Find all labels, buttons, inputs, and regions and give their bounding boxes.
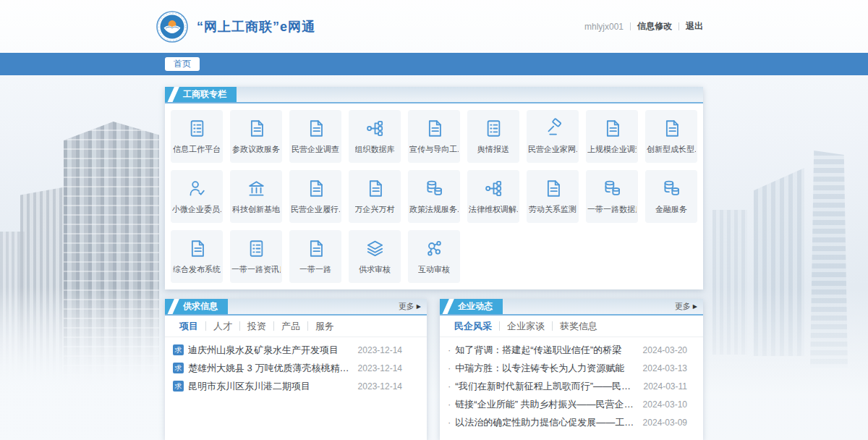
logout-link[interactable]: 退出 bbox=[686, 20, 703, 33]
list-item-title: “我们在新时代新征程上凯歌而行”——民营... bbox=[455, 380, 636, 393]
supply-demand-list: 求迪庆州山泉水及矿泉水生产开发项目2023-12-14求楚雄州大姚县 3 万吨优… bbox=[165, 337, 427, 395]
special-item[interactable]: 创新型成长型... bbox=[645, 110, 697, 163]
bottom-mist-overlay bbox=[0, 288, 868, 440]
bullet-icon: · bbox=[448, 344, 451, 355]
special-item-label: 金融服务 bbox=[655, 204, 687, 215]
special-item-label: 一带一路资讯库 bbox=[231, 264, 281, 275]
special-item[interactable]: 民营企业家网... bbox=[527, 110, 579, 163]
tab-item[interactable]: 民企风采 bbox=[447, 320, 499, 333]
special-item[interactable]: 一带一路 bbox=[289, 230, 341, 283]
enterprise-news-panel: 企业动态 更多 ▶ 民企风采企业家谈获奖信息 ·知了背调：搭建起“传递职业信任”… bbox=[440, 299, 703, 440]
site-logo-icon bbox=[156, 11, 188, 43]
tab-item[interactable]: 企业家谈 bbox=[500, 320, 552, 333]
special-item[interactable]: 互动审核 bbox=[408, 230, 460, 283]
list-item[interactable]: ·知了背调：搭建起“传递职业信任”的桥梁2024-03-20 bbox=[440, 341, 703, 359]
tab-item[interactable]: 投资 bbox=[240, 320, 273, 333]
special-item[interactable]: 舆情报送 bbox=[467, 110, 519, 163]
list-item-date: 2023-12-14 bbox=[358, 363, 402, 373]
special-item-label: 民营企业履行... bbox=[291, 204, 340, 215]
special-item-label: 民营企业家网... bbox=[528, 144, 577, 155]
nav-home-button[interactable]: 首页 bbox=[165, 57, 200, 71]
site-header: “网上工商联”e网通 mhlyjx001 信息修改 退出 bbox=[0, 0, 868, 53]
list-item[interactable]: 求楚雄州大姚县 3 万吨优质薄壳核桃精深加工及科...2023-12-14 bbox=[165, 359, 427, 377]
document-icon bbox=[305, 118, 326, 139]
special-panel-title-tab: 工商联专栏 bbox=[165, 87, 237, 102]
special-item-label: 一带一路 bbox=[299, 264, 331, 275]
special-item-label: 宣传与导向工... bbox=[409, 144, 459, 155]
demand-badge: 求 bbox=[173, 381, 184, 392]
list-item-date: 2024-03-09 bbox=[643, 418, 687, 428]
person-check-icon bbox=[187, 178, 208, 199]
list-item-date: 2024-03-13 bbox=[643, 363, 687, 373]
special-item[interactable]: 政策法规服务... bbox=[408, 170, 460, 223]
tab-item[interactable]: 服务 bbox=[308, 320, 341, 333]
special-item-label: 一带一路数据库 bbox=[587, 204, 637, 215]
list-item-title: 迪庆州山泉水及矿泉水生产开发项目 bbox=[188, 344, 351, 357]
more-label: 更多 bbox=[399, 301, 414, 312]
document-icon bbox=[424, 118, 445, 139]
molecule-icon bbox=[424, 238, 445, 259]
enterprise-news-title-tab: 企业动态 bbox=[440, 299, 503, 314]
supply-demand-header: 供求信息 更多 ▶ bbox=[165, 299, 427, 316]
list-item[interactable]: ·中瑞方胜：以专注铸专长为人力资源赋能2024-03-13 bbox=[440, 359, 703, 377]
special-item[interactable]: 综合发布系统 bbox=[171, 230, 223, 283]
demand-badge: 求 bbox=[173, 344, 184, 355]
document-icon bbox=[365, 178, 386, 199]
special-item[interactable]: 组织数据库 bbox=[349, 110, 401, 163]
layers-icon bbox=[365, 238, 386, 259]
special-item-label: 参政议政服务 bbox=[232, 144, 280, 155]
special-item[interactable]: 一带一路数据库 bbox=[586, 170, 638, 223]
special-item[interactable]: 科技创新基地 bbox=[230, 170, 282, 223]
special-item[interactable]: 万企兴万村 bbox=[349, 170, 401, 223]
list-item[interactable]: 求昆明市东川区东川港二期项目2023-12-14 bbox=[165, 377, 427, 395]
demand-badge: 求 bbox=[173, 363, 184, 373]
list-item[interactable]: 求迪庆州山泉水及矿泉水生产开发项目2023-12-14 bbox=[165, 341, 427, 359]
tab-item[interactable]: 产品 bbox=[274, 320, 307, 333]
user-info: mhlyjx001 信息修改 退出 bbox=[584, 20, 703, 33]
edit-info-link[interactable]: 信息修改 bbox=[637, 20, 672, 33]
supply-demand-more-link[interactable]: 更多 ▶ bbox=[399, 299, 427, 314]
document-icon bbox=[542, 178, 563, 199]
special-item-label: 组织数据库 bbox=[355, 144, 395, 155]
database-icon bbox=[424, 178, 445, 199]
list-item-title: 昆明市东川区东川港二期项目 bbox=[188, 380, 351, 393]
enterprise-news-more-link[interactable]: 更多 ▶ bbox=[675, 299, 703, 314]
org-chart-icon bbox=[365, 118, 386, 139]
special-item[interactable]: 法律维权调解... bbox=[467, 170, 519, 223]
special-item[interactable]: 信息工作平台 bbox=[171, 110, 223, 163]
supply-demand-panel: 供求信息 更多 ▶ 项目人才投资产品服务 求迪庆州山泉水及矿泉水生产开发项目20… bbox=[165, 299, 427, 440]
list-document-icon bbox=[187, 118, 208, 139]
special-item-label: 小微企业委员... bbox=[172, 204, 221, 215]
special-item[interactable]: 宣传与导向工... bbox=[408, 110, 460, 163]
org-chart-icon bbox=[483, 178, 504, 199]
tab-item[interactable]: 人才 bbox=[206, 320, 239, 333]
more-arrow-icon: ▶ bbox=[417, 303, 421, 310]
list-item[interactable]: ·链接“企业所能” 共助乡村振兴——民营企业...2024-03-10 bbox=[440, 395, 703, 413]
database-icon bbox=[602, 178, 623, 199]
list-item[interactable]: ·以法治的确定性助力提信心促发展——工商联...2024-03-09 bbox=[440, 413, 703, 431]
bullet-icon: · bbox=[448, 399, 451, 410]
special-item[interactable]: 小微企业委员... bbox=[171, 170, 223, 223]
special-item[interactable]: 劳动关系监测 bbox=[527, 170, 579, 223]
special-item-label: 创新型成长型... bbox=[647, 144, 696, 155]
database-icon bbox=[661, 178, 682, 199]
bullet-icon: · bbox=[448, 417, 451, 428]
tab-item[interactable]: 获奖信息 bbox=[553, 320, 605, 333]
tab-item[interactable]: 项目 bbox=[172, 320, 205, 333]
list-item-title: 中瑞方胜：以专注铸专长为人力资源赋能 bbox=[455, 362, 635, 375]
list-item[interactable]: ·“我们在新时代新征程上凯歌而行”——民营...2024-03-11 bbox=[440, 377, 703, 395]
special-item[interactable]: 金融服务 bbox=[645, 170, 697, 223]
special-item[interactable]: 参政议政服务 bbox=[230, 110, 282, 163]
special-item-label: 劳动关系监测 bbox=[529, 204, 576, 215]
list-document-icon bbox=[246, 238, 267, 259]
document-icon bbox=[246, 118, 267, 139]
special-item-label: 综合发布系统 bbox=[173, 264, 221, 275]
special-item-label: 互动审核 bbox=[418, 264, 450, 275]
special-item[interactable]: 民营企业调查 bbox=[289, 110, 341, 163]
special-item[interactable]: 上规模企业调查 bbox=[586, 110, 638, 163]
special-item[interactable]: 供求审核 bbox=[349, 230, 401, 283]
special-item-label: 法律维权调解... bbox=[469, 204, 518, 215]
special-item[interactable]: 一带一路资讯库 bbox=[230, 230, 282, 283]
special-item[interactable]: 民营企业履行... bbox=[289, 170, 341, 223]
special-item-label: 科技创新基地 bbox=[232, 204, 280, 215]
